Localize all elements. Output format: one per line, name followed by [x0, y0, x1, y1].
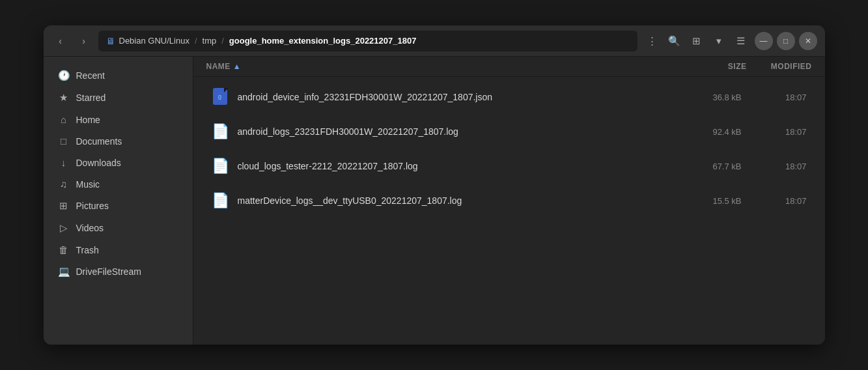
sidebar: 🕐 Recent ★ Starred ⌂ Home □ Documents ↓ …: [44, 57, 193, 345]
file-row[interactable]: 📄 android_logs_23231FDH30001W_20221207_1…: [199, 115, 820, 149]
more-options-button[interactable]: ⋮: [643, 31, 662, 51]
file-row[interactable]: {} android_device_info_23231FDH30001W_20…: [199, 80, 820, 114]
file-row[interactable]: 📄 cloud_logs_tester-2212_20221207_1807.l…: [199, 149, 820, 183]
file-size: 67.7 kB: [677, 162, 742, 171]
json-file-icon: {}: [212, 87, 230, 107]
trash-icon: 🗑: [58, 244, 70, 255]
pictures-icon: ⊞: [58, 200, 70, 212]
file-name: android_device_info_23231FDH30001W_20221…: [238, 92, 677, 102]
forward-button[interactable]: ›: [75, 32, 93, 50]
sidebar-label-documents: Documents: [76, 136, 122, 147]
breadcrumb-part-1: Debian GNU/Linux: [119, 36, 189, 46]
breadcrumb-sep-1: /: [195, 36, 197, 46]
sidebar-label-recent: Recent: [76, 70, 105, 81]
titlebar-actions: ⋮ 🔍 ⊞ ▾ ☰ — □ ✕: [643, 31, 817, 51]
log-file-icon: 📄: [212, 156, 230, 177]
sidebar-label-videos: Videos: [76, 223, 104, 233]
sidebar-label-pictures: Pictures: [76, 201, 109, 211]
column-name: Name ▲: [206, 62, 682, 71]
sidebar-item-recent[interactable]: 🕐 Recent: [48, 64, 189, 87]
sidebar-label-music: Music: [76, 179, 100, 190]
videos-icon: ▷: [58, 222, 70, 234]
home-icon: ⌂: [58, 114, 70, 125]
titlebar: ‹ › 🖥 Debian GNU/Linux / tmp / google_ho…: [44, 25, 825, 57]
breadcrumb: 🖥 Debian GNU/Linux / tmp / google_home_e…: [98, 31, 637, 51]
sidebar-item-downloads[interactable]: ↓ Downloads: [48, 152, 189, 173]
sidebar-item-trash[interactable]: 🗑 Trash: [48, 239, 189, 261]
sidebar-label-starred: Starred: [76, 92, 106, 103]
column-size-header: Size: [682, 62, 747, 71]
column-name-label: Name: [206, 62, 231, 71]
close-button[interactable]: ✕: [799, 32, 817, 50]
file-name: cloud_logs_tester-2212_20221207_1807.log: [238, 161, 677, 171]
content-area: 🕐 Recent ★ Starred ⌂ Home □ Documents ↓ …: [44, 57, 825, 345]
sidebar-label-home: Home: [76, 115, 100, 125]
log-file-icon: 📄: [212, 190, 230, 211]
file-modified: 18:07: [742, 162, 807, 171]
starred-icon: ★: [58, 92, 70, 104]
file-list-header: Name ▲ Size Modified: [193, 57, 825, 77]
view-dropdown-button[interactable]: ▾: [709, 31, 729, 51]
maximize-button[interactable]: □: [777, 32, 795, 50]
back-button[interactable]: ‹: [51, 32, 70, 50]
computer-icon: 🖥: [106, 36, 115, 46]
sidebar-label-downloads: Downloads: [76, 158, 121, 168]
list-view-button[interactable]: ☰: [731, 31, 751, 51]
file-manager-window: ‹ › 🖥 Debian GNU/Linux / tmp / google_ho…: [44, 25, 825, 345]
search-button[interactable]: 🔍: [665, 31, 684, 51]
column-modified-header: Modified: [747, 62, 812, 71]
sidebar-label-trash: Trash: [76, 245, 99, 255]
sidebar-item-starred[interactable]: ★ Starred: [48, 87, 189, 109]
drivefilestream-icon: 💻: [58, 266, 70, 278]
sidebar-item-pictures[interactable]: ⊞ Pictures: [48, 195, 189, 217]
file-modified: 18:07: [742, 196, 807, 206]
sidebar-item-music[interactable]: ♫ Music: [48, 173, 189, 195]
minimize-button[interactable]: —: [755, 32, 773, 50]
file-size: 92.4 kB: [677, 127, 742, 137]
sidebar-item-drivefilestream[interactable]: 💻 DriveFileStream: [48, 261, 189, 283]
sidebar-item-documents[interactable]: □ Documents: [48, 130, 189, 152]
file-list: {} android_device_info_23231FDH30001W_20…: [193, 77, 825, 345]
sort-arrow: ▲: [233, 62, 241, 71]
breadcrumb-sep-2: /: [221, 36, 224, 46]
file-modified: 18:07: [742, 92, 807, 102]
music-icon: ♫: [58, 178, 70, 190]
sidebar-item-videos[interactable]: ▷ Videos: [48, 217, 189, 239]
file-row[interactable]: 📄 matterDevice_logs__dev_ttyUSB0_2022120…: [199, 184, 820, 218]
log-file-icon: 📄: [212, 121, 230, 142]
grid-view-button[interactable]: ⊞: [687, 31, 707, 51]
file-size: 15.5 kB: [677, 196, 742, 206]
file-pane: Name ▲ Size Modified {} android_devic: [193, 57, 825, 345]
file-modified: 18:07: [742, 127, 807, 137]
breadcrumb-current: google_home_extension_logs_20221207_1807: [229, 36, 417, 46]
file-size: 36.8 kB: [677, 92, 742, 102]
recent-icon: 🕐: [58, 70, 70, 81]
file-name: matterDevice_logs__dev_ttyUSB0_20221207_…: [238, 195, 677, 206]
file-name: android_logs_23231FDH30001W_20221207_180…: [238, 126, 677, 137]
breadcrumb-part-2: tmp: [203, 36, 217, 46]
sidebar-item-home[interactable]: ⌂ Home: [48, 109, 189, 130]
documents-icon: □: [58, 135, 70, 147]
downloads-icon: ↓: [58, 157, 70, 168]
sidebar-label-drivefilestream: DriveFileStream: [76, 266, 141, 277]
